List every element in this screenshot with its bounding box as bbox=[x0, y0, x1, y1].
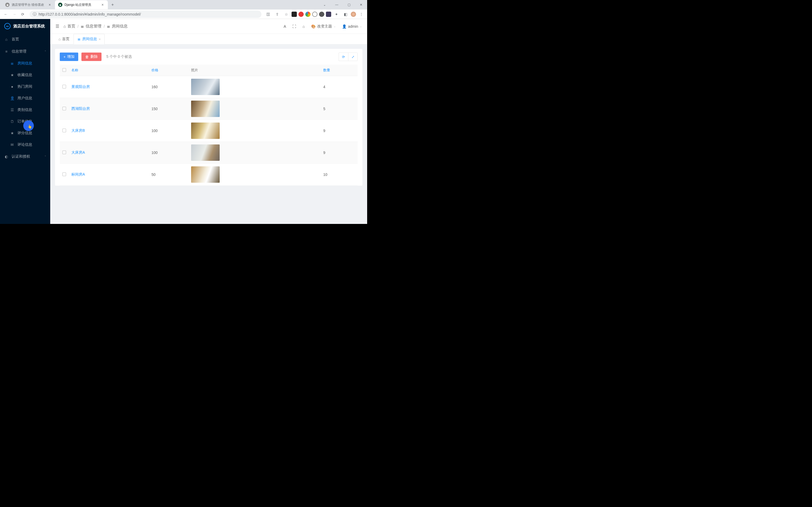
maximize-button[interactable]: ▢ bbox=[343, 0, 355, 9]
extension-icon[interactable] bbox=[326, 12, 331, 17]
star-icon[interactable]: ☆ bbox=[283, 11, 290, 18]
page-tab-room[interactable]: ≣ 房间信息 ✕ bbox=[73, 34, 105, 44]
browser-chrome: ◉ 酒店管理平台 猜你喜欢 × ◆ Django 站点管理员 × + ⌄ — ▢… bbox=[0, 0, 367, 19]
extension-icon[interactable] bbox=[292, 12, 297, 17]
room-name-link[interactable]: 大床房B bbox=[71, 128, 85, 132]
col-qty[interactable]: 数量 bbox=[321, 65, 358, 76]
sidebar-menu: ⌂ 首页 ≡ 信息管理 ˄ ≣ 房间信息 ★ 收藏信息 ● 热门房间 bbox=[0, 33, 50, 224]
close-icon[interactable]: × bbox=[100, 3, 105, 7]
window-controls: ⌄ — ▢ ✕ bbox=[318, 0, 367, 9]
room-name-link[interactable]: 西湖阳台房 bbox=[71, 106, 90, 111]
row-checkbox[interactable] bbox=[62, 107, 66, 110]
browser-tab-active[interactable]: ◆ Django 站点管理员 × bbox=[55, 0, 108, 9]
extension-icon[interactable] bbox=[319, 12, 324, 17]
hamburger-icon[interactable]: ☰ bbox=[55, 24, 59, 29]
sidebar-item-favorite[interactable]: ★ 收藏信息 bbox=[0, 69, 50, 81]
back-button[interactable]: ← bbox=[2, 11, 9, 18]
sidebar-item-comment[interactable]: ✉ 评论信息 bbox=[0, 139, 50, 151]
url-bar[interactable]: ⓘ http://127.0.0.1:8000/admin/#/admin/in… bbox=[30, 11, 261, 18]
page-tab-home[interactable]: ⌂ 首页 bbox=[54, 34, 73, 44]
separator: / bbox=[104, 24, 105, 29]
row-checkbox[interactable] bbox=[62, 172, 66, 176]
profile-avatar[interactable] bbox=[351, 12, 356, 17]
menu-icon[interactable]: ⋮ bbox=[358, 11, 365, 18]
sidebar-group-info[interactable]: ≡ 信息管理 ˄ bbox=[0, 45, 50, 58]
table-row: 大床房A 100 9 bbox=[60, 142, 358, 164]
fullscreen-button[interactable]: ⛶ bbox=[292, 24, 296, 29]
sidebar-item-room[interactable]: ≣ 房间信息 bbox=[0, 58, 50, 69]
row-checkbox[interactable] bbox=[62, 151, 66, 154]
delete-button[interactable]: 🗑 删除 bbox=[82, 53, 101, 61]
info-icon: ⓘ bbox=[33, 12, 37, 17]
browser-tab[interactable]: ◉ 酒店管理平台 猜你喜欢 × bbox=[2, 0, 55, 9]
expand-icon: ⤢ bbox=[352, 55, 354, 59]
home-button[interactable]: ⌂ bbox=[302, 24, 305, 29]
select-all-checkbox[interactable] bbox=[62, 68, 66, 72]
key-icon[interactable]: ⚿ bbox=[265, 11, 272, 18]
breadcrumb-home[interactable]: ⌂ 首页 bbox=[63, 24, 75, 29]
add-button[interactable]: + 增加 bbox=[60, 53, 78, 61]
database-icon: ≡ bbox=[4, 49, 8, 54]
chevron-down-icon: ⌄ bbox=[334, 25, 336, 28]
price-cell: 150 bbox=[149, 98, 189, 120]
app-title: 酒店后台管理系统 bbox=[13, 24, 45, 29]
extensions-icon[interactable]: ✦ bbox=[333, 11, 340, 18]
chevron-up-icon: ˄ bbox=[45, 50, 46, 53]
sidebar-label: 评分信息 bbox=[17, 131, 32, 135]
plus-icon: + bbox=[63, 55, 65, 59]
user-icon: 👤 bbox=[342, 24, 347, 29]
app-logo[interactable]: ∞ 酒店后台管理系统 bbox=[0, 19, 50, 33]
breadcrumb-info[interactable]: ≣ 信息管理 bbox=[81, 24, 101, 29]
palette-icon: 🎨 bbox=[311, 24, 316, 29]
star-icon: ★ bbox=[10, 131, 14, 135]
sidebar-item-rating[interactable]: ★ 评分信息 bbox=[0, 127, 50, 139]
close-window-button[interactable]: ✕ bbox=[355, 0, 367, 9]
user-menu[interactable]: 👤 admin ⌄ bbox=[342, 24, 362, 29]
room-thumbnail[interactable] bbox=[191, 166, 220, 183]
minimize-button[interactable]: — bbox=[331, 0, 343, 9]
forward-button[interactable]: → bbox=[11, 11, 18, 18]
qty-cell: 9 bbox=[321, 142, 358, 164]
theme-button[interactable]: 🎨 改变主题 ⌄ bbox=[311, 24, 336, 29]
font-button[interactable]: A bbox=[284, 24, 286, 29]
sidebar-item-hot[interactable]: ● 热门房间 bbox=[0, 81, 50, 93]
room-thumbnail[interactable] bbox=[191, 79, 220, 95]
new-tab-button[interactable]: + bbox=[109, 1, 116, 8]
room-thumbnail[interactable] bbox=[191, 122, 220, 139]
room-thumbnail[interactable] bbox=[191, 145, 220, 161]
extension-icon[interactable] bbox=[312, 12, 317, 17]
globe-icon: ◉ bbox=[5, 3, 9, 7]
close-icon[interactable]: ✕ bbox=[99, 38, 101, 41]
refresh-button[interactable]: ⟳ bbox=[339, 53, 348, 61]
chat-icon: ✉ bbox=[10, 143, 14, 147]
room-name-link[interactable]: 大床房A bbox=[71, 150, 85, 155]
close-icon[interactable]: × bbox=[48, 3, 52, 7]
chevron-down-icon: ⌄ bbox=[360, 25, 362, 28]
col-name[interactable]: 名称 bbox=[69, 65, 149, 76]
table-header-row: 名称 价格 照片 数量 bbox=[60, 65, 358, 76]
room-name-link[interactable]: 景观阳台房 bbox=[71, 84, 90, 89]
row-checkbox[interactable] bbox=[62, 129, 66, 132]
browser-toolbar: ← → ⟳ ⓘ http://127.0.0.1:8000/admin/#/ad… bbox=[0, 9, 367, 19]
toolbar-right: ⚿ ⇪ ☆ ✦ ◧ ⋮ bbox=[265, 11, 365, 18]
sidebar-item-home[interactable]: ⌂ 首页 bbox=[0, 33, 50, 45]
room-thumbnail[interactable] bbox=[191, 101, 220, 117]
django-icon: ◆ bbox=[58, 3, 62, 7]
expand-button[interactable]: ⤢ bbox=[348, 53, 358, 61]
room-name-link[interactable]: 标间房A bbox=[71, 172, 85, 176]
tab-search-icon[interactable]: ⌄ bbox=[318, 0, 331, 9]
sidebar-item-order[interactable]: 🗋 订单信息 bbox=[0, 116, 50, 127]
breadcrumb: ⌂ 首页 / ≣ 信息管理 / ≣ 房间信息 bbox=[63, 24, 128, 29]
sidepanel-icon[interactable]: ◧ bbox=[342, 11, 349, 18]
sidebar-item-user[interactable]: 👤 用户信息 bbox=[0, 93, 50, 104]
reload-button[interactable]: ⟳ bbox=[19, 11, 27, 18]
row-checkbox[interactable] bbox=[62, 85, 66, 89]
col-price[interactable]: 价格 bbox=[149, 65, 189, 76]
extension-icon[interactable] bbox=[298, 12, 304, 17]
sidebar-group-auth[interactable]: ◐ 认证和授权 ˅ bbox=[0, 151, 50, 163]
shield-icon: ◐ bbox=[4, 155, 8, 159]
share-icon[interactable]: ⇪ bbox=[273, 11, 281, 18]
extension-icon[interactable] bbox=[305, 12, 311, 17]
sidebar-item-category[interactable]: ☰ 类别信息 bbox=[0, 104, 50, 116]
letterbox-bottom bbox=[0, 224, 367, 229]
